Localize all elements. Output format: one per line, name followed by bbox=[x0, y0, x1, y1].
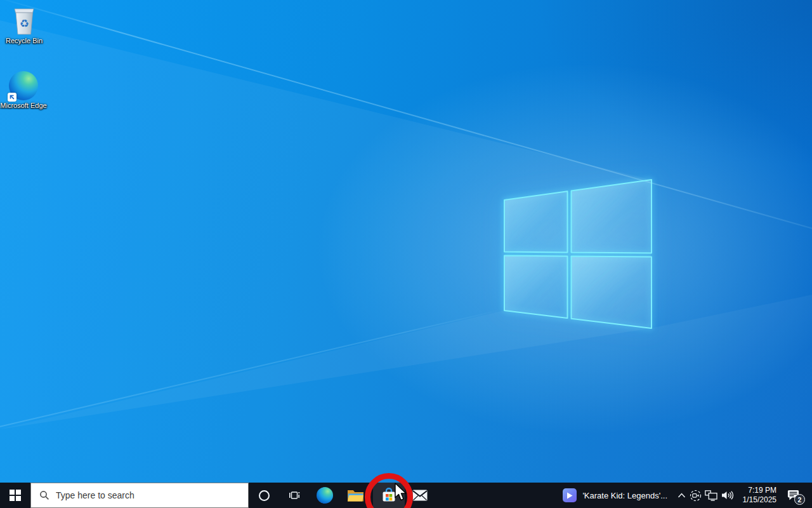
task-view-button[interactable] bbox=[279, 483, 310, 508]
recycle-bin-icon: ♻ bbox=[0, 5, 48, 36]
taskbar-spacer bbox=[435, 483, 555, 508]
start-button[interactable] bbox=[0, 483, 30, 508]
desktop-icon-label: Microsoft Edge bbox=[0, 102, 48, 110]
svg-text:♻: ♻ bbox=[20, 17, 29, 30]
clock-date: 1/15/2025 bbox=[736, 495, 776, 505]
search-box[interactable] bbox=[30, 483, 249, 508]
windows-start-icon bbox=[10, 490, 21, 501]
volume-button[interactable] bbox=[719, 483, 736, 508]
cortana-button[interactable] bbox=[249, 483, 279, 508]
meet-now-button[interactable] bbox=[688, 483, 703, 508]
edge-taskbar-button[interactable] bbox=[310, 483, 340, 508]
taskbar-edge-padding bbox=[807, 483, 812, 508]
edge-icon bbox=[9, 71, 38, 100]
network-icon bbox=[705, 490, 717, 501]
notification-badge: 2 bbox=[794, 494, 805, 505]
clock[interactable]: 7:19 PM 1/15/2025 bbox=[736, 483, 780, 508]
search-icon bbox=[39, 490, 49, 500]
network-button[interactable] bbox=[703, 483, 719, 508]
clock-time: 7:19 PM bbox=[736, 486, 776, 495]
windows-logo bbox=[0, 0, 812, 508]
media-title: 'Karate Kid: Legends'... bbox=[582, 491, 667, 500]
chevron-up-icon bbox=[678, 493, 686, 498]
action-center-button[interactable]: 2 bbox=[780, 483, 807, 508]
desktop-wallpaper: ♻ Recycle Bin Microsoft Edge bbox=[0, 0, 812, 508]
edge-icon bbox=[317, 487, 333, 504]
search-input[interactable] bbox=[56, 483, 248, 507]
desktop-icon-label: Recycle Bin bbox=[0, 37, 48, 45]
task-view-icon bbox=[289, 490, 300, 501]
desktop-icon-microsoft-edge[interactable]: Microsoft Edge bbox=[0, 69, 48, 110]
play-icon bbox=[563, 488, 577, 502]
desktop-icon-recycle-bin[interactable]: ♻ Recycle Bin bbox=[0, 5, 48, 45]
shortcut-arrow-icon bbox=[8, 93, 16, 102]
folder-icon bbox=[347, 488, 364, 502]
media-player-button[interactable]: 'Karate Kid: Legends'... bbox=[555, 483, 675, 508]
tray-expand-button[interactable] bbox=[675, 483, 688, 508]
cursor-icon bbox=[394, 483, 409, 502]
meet-now-icon bbox=[690, 490, 702, 502]
cortana-icon bbox=[259, 490, 270, 501]
mail-icon bbox=[412, 490, 428, 501]
volume-icon bbox=[721, 490, 734, 500]
